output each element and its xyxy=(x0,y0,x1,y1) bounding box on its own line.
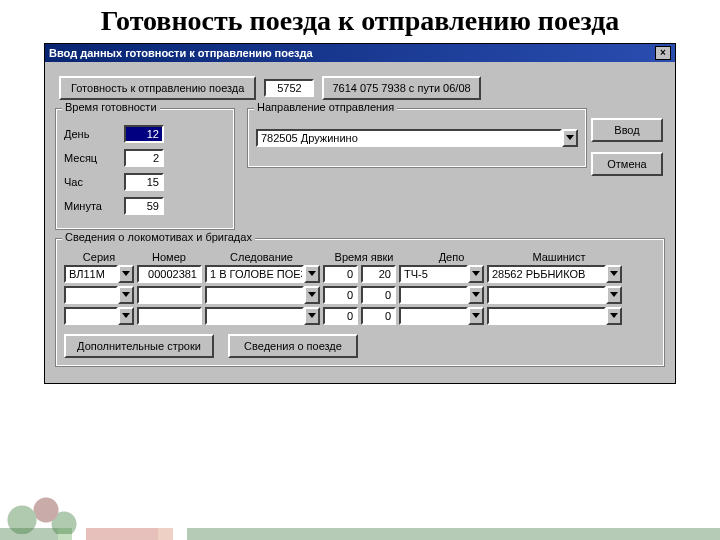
client-area: Готовность к отправлению поезда 5752 761… xyxy=(45,62,675,383)
series-field xyxy=(64,307,118,325)
chevron-down-icon xyxy=(610,292,618,297)
enter-button[interactable]: Ввод xyxy=(591,118,663,142)
series-field: ВЛ11М xyxy=(64,265,118,283)
driver-field xyxy=(487,286,606,304)
t1-field[interactable]: 0 xyxy=(323,286,358,304)
slide-title: Готовность поезда к отправлению поезда xyxy=(0,0,720,39)
route-text: 7614 075 7938 с пути 06/08 xyxy=(332,82,470,94)
table-row: 0 0 xyxy=(64,307,656,328)
close-button[interactable]: × xyxy=(655,46,671,60)
direction-drop[interactable] xyxy=(562,129,578,147)
chevron-down-icon xyxy=(472,313,480,318)
chevron-down-icon xyxy=(308,313,316,318)
chevron-down-icon xyxy=(122,271,130,276)
readiness-label: Готовность к отправлению поезда xyxy=(71,82,244,94)
chevron-down-icon xyxy=(122,292,130,297)
follow-field: 1 В ГОЛОВЕ ПОЕЗ xyxy=(205,265,304,283)
follow-field xyxy=(205,307,304,325)
number-field[interactable] xyxy=(137,307,202,325)
decor-leaves xyxy=(0,490,90,534)
col-arrive: Время явки xyxy=(319,249,409,265)
series-drop[interactable] xyxy=(118,265,134,283)
loco-header: Серия Номер Следование Время явки Депо М… xyxy=(64,249,656,265)
t1-field[interactable]: 0 xyxy=(323,265,358,283)
col-follow: Следование xyxy=(204,249,319,265)
series-combo[interactable]: ВЛ11М xyxy=(64,265,134,283)
col-driver: Машинист xyxy=(494,249,624,265)
chevron-down-icon xyxy=(472,271,480,276)
month-label: Месяц xyxy=(64,152,124,164)
follow-drop[interactable] xyxy=(304,265,320,283)
driver-drop[interactable] xyxy=(606,307,622,325)
readiness-panel: Готовность к отправлению поезда xyxy=(59,76,256,100)
hour-field[interactable]: 15 xyxy=(124,173,164,191)
follow-drop[interactable] xyxy=(304,286,320,304)
direction-combo[interactable]: 782505 Дружинино xyxy=(256,129,578,147)
driver-drop[interactable] xyxy=(606,286,622,304)
depot-combo[interactable] xyxy=(399,286,484,304)
follow-field xyxy=(205,286,304,304)
series-combo[interactable] xyxy=(64,286,134,304)
extra-rows-button[interactable]: Дополнительные строки xyxy=(64,334,214,358)
follow-combo[interactable]: 1 В ГОЛОВЕ ПОЕЗ xyxy=(205,265,320,283)
col-number: Номер xyxy=(134,249,204,265)
col-series: Серия xyxy=(64,249,134,265)
follow-combo[interactable] xyxy=(205,307,320,325)
follow-combo[interactable] xyxy=(205,286,320,304)
day-label: День xyxy=(64,128,124,140)
depot-combo[interactable]: ТЧ-5 xyxy=(399,265,484,283)
t2-field[interactable]: 0 xyxy=(361,286,396,304)
table-row: ВЛ11М 00002381 1 В ГОЛОВЕ ПОЕЗ 0 20 ТЧ-5… xyxy=(64,265,656,286)
cancel-button[interactable]: Отмена xyxy=(591,152,663,176)
ready-time-group: Время готовности День 12 Месяц 2 Час 15 … xyxy=(55,108,235,230)
driver-field xyxy=(487,307,606,325)
series-drop[interactable] xyxy=(118,286,134,304)
dialog-window: Ввод данных готовности к отправлению пое… xyxy=(44,43,676,384)
driver-drop[interactable] xyxy=(606,265,622,283)
minute-field[interactable]: 59 xyxy=(124,197,164,215)
train-info-button[interactable]: Сведения о поезде xyxy=(228,334,358,358)
direction-legend: Направление отправления xyxy=(254,101,397,113)
number-field[interactable] xyxy=(137,286,202,304)
driver-combo[interactable] xyxy=(487,286,622,304)
day-field[interactable]: 12 xyxy=(124,125,164,143)
loco-legend: Сведения о локомотивах и бригадах xyxy=(62,231,255,243)
col-depot: Депо xyxy=(409,249,494,265)
depot-field: ТЧ-5 xyxy=(399,265,468,283)
depot-drop[interactable] xyxy=(468,286,484,304)
chevron-down-icon xyxy=(610,271,618,276)
series-combo[interactable] xyxy=(64,307,134,325)
chevron-down-icon xyxy=(566,135,574,140)
t2-field[interactable]: 20 xyxy=(361,265,396,283)
series-drop[interactable] xyxy=(118,307,134,325)
driver-combo[interactable] xyxy=(487,307,622,325)
minute-label: Минута xyxy=(64,200,124,212)
close-icon: × xyxy=(660,47,666,58)
ready-time-legend: Время готовности xyxy=(62,101,160,113)
depot-field xyxy=(399,307,468,325)
chevron-down-icon xyxy=(122,313,130,318)
number-field[interactable]: 00002381 xyxy=(137,265,202,283)
depot-drop[interactable] xyxy=(468,265,484,283)
titlebar: Ввод данных готовности к отправлению пое… xyxy=(45,44,675,62)
loco-group: Сведения о локомотивах и бригадах Серия … xyxy=(55,238,665,367)
train-number-field[interactable]: 5752 xyxy=(264,79,314,97)
depot-drop[interactable] xyxy=(468,307,484,325)
decor-strip xyxy=(0,528,720,540)
chevron-down-icon xyxy=(610,313,618,318)
driver-combo[interactable]: 28562 РЬБНИКОВ xyxy=(487,265,622,283)
month-field[interactable]: 2 xyxy=(124,149,164,167)
direction-group: Направление отправления 782505 Дружинино xyxy=(247,108,587,168)
window-title: Ввод данных готовности к отправлению пое… xyxy=(49,47,313,59)
series-field xyxy=(64,286,118,304)
driver-field: 28562 РЬБНИКОВ xyxy=(487,265,606,283)
follow-drop[interactable] xyxy=(304,307,320,325)
chevron-down-icon xyxy=(308,271,316,276)
depot-combo[interactable] xyxy=(399,307,484,325)
t2-field[interactable]: 0 xyxy=(361,307,396,325)
table-row: 0 0 xyxy=(64,286,656,307)
route-panel: 7614 075 7938 с пути 06/08 xyxy=(322,76,480,100)
chevron-down-icon xyxy=(308,292,316,297)
t1-field[interactable]: 0 xyxy=(323,307,358,325)
hour-label: Час xyxy=(64,176,124,188)
